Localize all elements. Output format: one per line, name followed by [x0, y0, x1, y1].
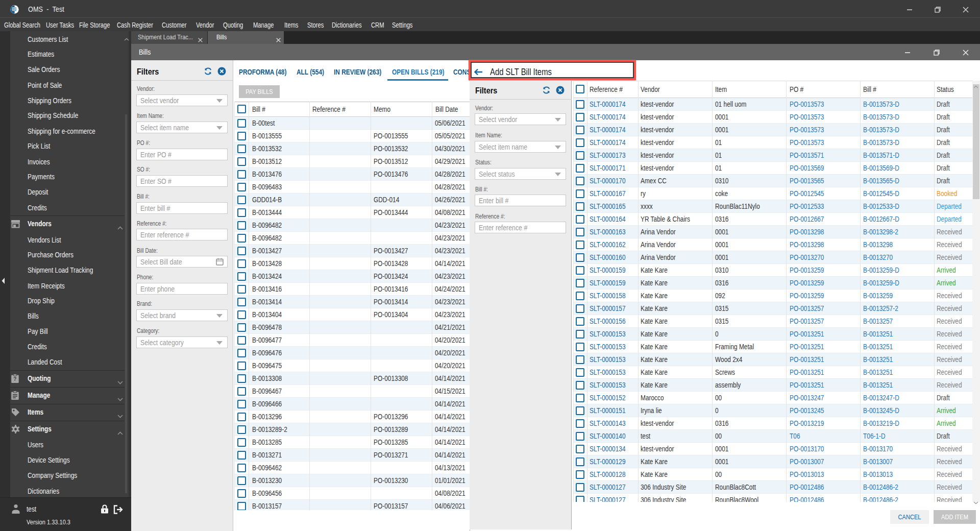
svg-text:?: ?: [13, 376, 16, 382]
